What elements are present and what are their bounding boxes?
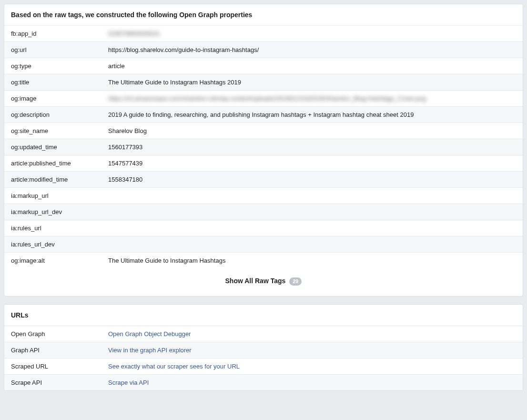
table-row: og:typearticle [4, 58, 523, 74]
url-link[interactable]: Open Graph Object Debugger [108, 330, 191, 338]
urls-table: Open GraphOpen Graph Object DebuggerGrap… [4, 326, 523, 390]
raw-tags-count-badge: 29 [289, 277, 302, 286]
property-key: og:image:alt [4, 253, 102, 269]
property-value: article [102, 58, 523, 74]
show-all-raw-tags-row: Show All Raw Tags 29 [4, 268, 523, 296]
url-link[interactable]: See exactly what our scraper sees for yo… [108, 363, 240, 370]
show-all-raw-tags-button[interactable]: Show All Raw Tags 29 [225, 277, 302, 286]
urls-card-header: URLs [4, 305, 523, 326]
property-key: og:image [4, 91, 102, 107]
table-row: ia:rules_url [4, 220, 523, 236]
property-key: og:description [4, 107, 102, 123]
property-value [102, 204, 523, 220]
property-key: og:updated_time [4, 139, 102, 155]
property-value: The Ultimate Guide to Instagram Hashtags [102, 253, 523, 269]
property-value: https://blog.sharelov.com/guide-to-insta… [102, 42, 523, 58]
table-row: og:description2019 A guide to finding, r… [4, 107, 523, 123]
url-value: View in the graph API explorer [102, 342, 523, 358]
open-graph-table: fb:app_id529579650555031og:urlhttps://bl… [4, 26, 523, 268]
table-row: ia:markup_url_dev [4, 204, 523, 220]
property-key: og:type [4, 58, 102, 74]
urls-card: URLs Open GraphOpen Graph Object Debugge… [4, 304, 523, 391]
url-label: Scrape API [4, 374, 102, 390]
property-key: ia:markup_url_dev [4, 204, 102, 220]
table-row: og:updated_time1560177393 [4, 139, 523, 155]
open-graph-card-header: Based on the raw tags, we constructed th… [4, 4, 523, 26]
table-row: article:published_time1547577439 [4, 155, 523, 172]
table-row: Open GraphOpen Graph Object Debugger [4, 326, 523, 342]
table-row: ia:rules_url_dev [4, 236, 523, 253]
property-key: og:title [4, 74, 102, 91]
url-value: Scrape via API [102, 374, 523, 390]
property-value: https://s3.amazonaws.com/sharelov-cdn/wp… [102, 91, 523, 107]
table-row: og:imagehttps://s3.amazonaws.com/sharelo… [4, 91, 523, 107]
table-row: og:image:altThe Ultimate Guide to Instag… [4, 253, 523, 269]
url-value: See exactly what our scraper sees for yo… [102, 358, 523, 374]
table-row: Scrape APIScrape via API [4, 374, 523, 390]
property-value: 1560177393 [102, 139, 523, 155]
property-value: 1558347180 [102, 172, 523, 188]
table-row: og:site_nameSharelov Blog [4, 123, 523, 139]
open-graph-properties-card: Based on the raw tags, we constructed th… [4, 4, 523, 297]
property-key: og:site_name [4, 123, 102, 139]
table-row: og:urlhttps://blog.sharelov.com/guide-to… [4, 42, 523, 58]
property-key: og:url [4, 42, 102, 58]
property-value [102, 236, 523, 253]
url-label: Open Graph [4, 326, 102, 342]
property-key: ia:markup_url [4, 188, 102, 204]
table-row: og:titleThe Ultimate Guide to Instagram … [4, 74, 523, 91]
property-key: ia:rules_url_dev [4, 236, 102, 253]
property-key: ia:rules_url [4, 220, 102, 236]
url-link[interactable]: Scrape via API [108, 379, 149, 386]
property-value: 529579650555031 [102, 26, 523, 42]
property-key: article:published_time [4, 155, 102, 172]
property-key: article:modified_time [4, 172, 102, 188]
show-all-label: Show All Raw Tags [225, 277, 286, 285]
table-row: ia:markup_url [4, 188, 523, 204]
property-value: 2019 A guide to finding, researching, an… [102, 107, 523, 123]
property-value: The Ultimate Guide to Instagram Hashtags… [102, 74, 523, 91]
table-row: article:modified_time1558347180 [4, 172, 523, 188]
property-value: 1547577439 [102, 155, 523, 172]
property-value [102, 188, 523, 204]
property-value [102, 220, 523, 236]
table-row: Graph APIView in the graph API explorer [4, 342, 523, 358]
url-label: Graph API [4, 342, 102, 358]
table-row: Scraped URLSee exactly what our scraper … [4, 358, 523, 374]
url-link[interactable]: View in the graph API explorer [108, 347, 192, 354]
url-label: Scraped URL [4, 358, 102, 374]
property-key: fb:app_id [4, 26, 102, 42]
table-row: fb:app_id529579650555031 [4, 26, 523, 42]
property-value: Sharelov Blog [102, 123, 523, 139]
url-value: Open Graph Object Debugger [102, 326, 523, 342]
